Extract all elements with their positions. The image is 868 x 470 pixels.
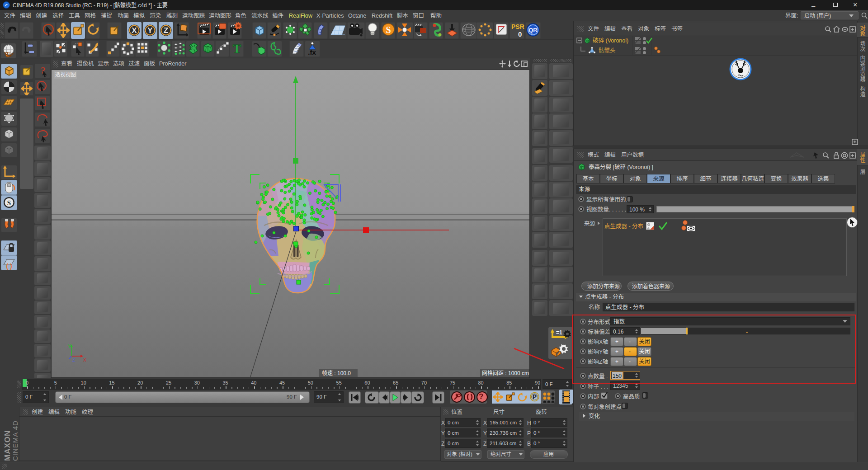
- svg-text:Y: Y: [147, 26, 153, 35]
- svg-text:QR: QR: [528, 27, 538, 33]
- svg-text:S: S: [7, 199, 11, 207]
- svg-text:.fx: .fx: [308, 48, 316, 56]
- svg-text:=1: =1: [556, 329, 562, 336]
- svg-text:X: X: [83, 357, 86, 362]
- svg-text:Z: Z: [164, 26, 168, 35]
- svg-text:Y: Y: [68, 344, 71, 349]
- svg-text:Z: Z: [72, 357, 75, 362]
- svg-text:X: X: [132, 26, 137, 35]
- svg-text:P: P: [533, 393, 537, 400]
- svg-text:S: S: [386, 25, 391, 35]
- svg-text:( ): ( ): [6, 263, 12, 270]
- svg-text:T: T: [233, 42, 241, 56]
